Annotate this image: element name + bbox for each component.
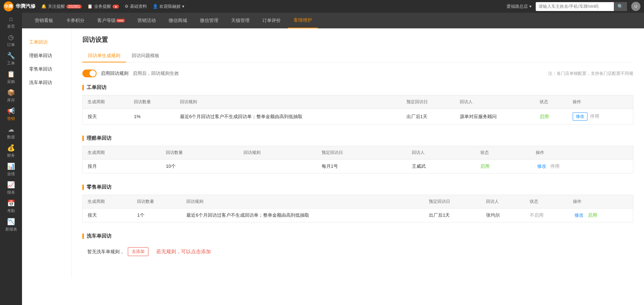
- sidebar-item-home[interactable]: ⌂ 首页: [0, 13, 22, 31]
- modify-button-retail[interactable]: 修改: [573, 212, 585, 218]
- notification-bell[interactable]: 🔔 关注提醒 202801: [41, 4, 82, 10]
- cell-visitor: 源单对应服务顾问: [455, 109, 535, 124]
- work-order-section: 工单回访 生成周期 回访数量 回访规则 预定回访日 回访人 状态 操作: [82, 84, 633, 124]
- tab-rules[interactable]: 回访单生成规则: [82, 50, 126, 62]
- col-quantity: 回访数量: [161, 146, 239, 160]
- modify-bordered-button-work-order[interactable]: 修改: [573, 112, 588, 121]
- data-icon: ☁: [8, 126, 14, 133]
- left-nav-car-wash-visit[interactable]: 洗车单回访: [22, 76, 71, 89]
- reports-icon: 📈: [7, 181, 15, 189]
- cell-rule: 最近6个月回访过客户不生成回访单；整单金额由高到低抽取: [175, 109, 402, 124]
- nav-marketing-board[interactable]: 营销看板: [29, 13, 59, 28]
- search-input[interactable]: [536, 2, 614, 10]
- enable-toggle[interactable]: [82, 70, 97, 77]
- status-badge: 启用: [480, 163, 490, 169]
- col-period: 生成周期: [83, 195, 132, 209]
- retail-table-body: 按天 1个 最近6个月回访过客户不生成回访单；整单金额由高到低抽取 出厂后1天 …: [83, 209, 633, 222]
- home-icon: ⌂: [9, 15, 13, 23]
- nav-label-card-points: 卡券积分: [66, 17, 84, 24]
- retail-table-head: 生成周期 回访数量 回访规则 预定回访日 回访人 状态 操作: [83, 195, 633, 209]
- table-header-row: 生成周期 回访数量 回访规则 预定回访日 回访人 状态 操作: [83, 95, 633, 109]
- tab-templates[interactable]: 回访问题模板: [126, 50, 165, 62]
- car-wash-section: 洗车单回访 暂无洗车单规则， 去添加 若无规则，可以点击添加: [82, 233, 633, 260]
- settings-label: 基础资料: [130, 4, 147, 10]
- sidebar-item-performance[interactable]: 📊 业绩: [0, 160, 22, 179]
- sidebar-item-marketing[interactable]: 📢 营销: [0, 105, 22, 123]
- sidebar-label-home: 首页: [7, 24, 15, 29]
- cell-period: 按天: [83, 209, 132, 222]
- left-nav-claims-visit[interactable]: 理赔单回访: [22, 49, 71, 62]
- navbar: 营销看板 卡券积分 客户等级 new 营销活动 微信商城 微信管理 天猫管理 订…: [22, 13, 644, 28]
- sidebar-label-new-reports: 新报表: [5, 227, 17, 232]
- col-rule: 回访规则: [181, 195, 424, 209]
- sidebar-label-purchase: 采购: [7, 79, 15, 84]
- section-bar-claims: [82, 135, 84, 141]
- sidebar-item-inventory[interactable]: 📦 库存: [0, 87, 22, 105]
- nav-marketing-activity[interactable]: 营销活动: [132, 13, 162, 28]
- sidebar-item-finance[interactable]: 💰 财务: [0, 142, 22, 160]
- cell-status: 启用: [475, 160, 531, 173]
- left-nav-work-order-visit[interactable]: 工单回访: [22, 35, 71, 49]
- sidebar-label-marketing: 营销: [7, 116, 15, 121]
- work-order-table-head: 生成周期 回访数量 回访规则 预定回访日 回访人 状态 操作: [83, 95, 633, 109]
- cell-quantity: 1%: [129, 109, 175, 124]
- cell-visitor: 王威武: [407, 160, 475, 173]
- disable-button-claims[interactable]: 停用: [549, 163, 561, 170]
- col-scheduled-day: 预定回访日: [317, 146, 407, 160]
- sidebar-item-data[interactable]: ☁ 数据: [0, 123, 22, 142]
- cell-quantity: 10个: [161, 160, 239, 173]
- nav-label-marketing-board: 营销看板: [35, 17, 53, 24]
- business-reminder[interactable]: 📋 业务提醒 ●: [87, 4, 119, 10]
- left-nav-label-work-order: 工单回访: [29, 39, 48, 45]
- status-badge: 不启用: [530, 212, 544, 218]
- search-box[interactable]: 🔍: [536, 2, 627, 11]
- work-order-section-title: 工单回访: [87, 84, 107, 91]
- app-logo[interactable]: 华腾 华腾汽修: [4, 1, 36, 11]
- topbar-right: 爱福路总店 ▾ 🔍 U: [507, 2, 640, 11]
- nav-label-customer-care: 客情维护: [294, 17, 312, 23]
- layout: 工单回访 理赔单回访 零售单回访 洗车单回访 回访设置 回访单生成规则 回访问题…: [22, 28, 644, 277]
- sidebar-item-workorders[interactable]: 🔧 工单: [0, 50, 22, 68]
- nav-order-review[interactable]: 订单评价: [257, 13, 286, 28]
- disable-button-work-order[interactable]: 停用: [589, 113, 601, 120]
- settings-link[interactable]: ⚙ 基础资料: [125, 4, 147, 10]
- retail-table: 生成周期 回访数量 回访规则 预定回访日 回访人 状态 操作 按天 1个: [82, 195, 633, 222]
- sidebar-item-orders[interactable]: ◷ 订单: [0, 31, 22, 50]
- left-nav-retail-visit[interactable]: 零售单回访: [22, 62, 71, 76]
- sidebar-item-new-reports[interactable]: 📉 新报表: [0, 216, 22, 234]
- work-order-table: 生成周期 回访数量 回访规则 预定回访日 回访人 状态 操作 按天 1%: [82, 95, 633, 124]
- sidebar-item-attendance[interactable]: 📅 考勤: [0, 197, 22, 216]
- col-actions: 操作: [568, 95, 633, 109]
- work-order-table-body: 按天 1% 最近6个月回访过客户不生成回访单；整单金额由高到低抽取 出厂后1天 …: [83, 109, 633, 124]
- store-selector[interactable]: 爱福路总店 ▾: [507, 4, 531, 10]
- sidebar-item-reports[interactable]: 📈 报表: [0, 179, 22, 197]
- nav-customer-care[interactable]: 客情维护: [288, 13, 318, 28]
- attendance-icon: 📅: [7, 199, 15, 207]
- table-row: 按月 10个 每月1号 王威武 启用 修改 停用: [83, 160, 633, 173]
- section-bar-retail: [82, 184, 84, 190]
- left-nav: 工单回访 理赔单回访 零售单回访 洗车单回访: [22, 28, 72, 277]
- orders-icon: ◷: [8, 33, 14, 41]
- nav-customer-level[interactable]: 客户等级 new: [92, 13, 130, 28]
- sidebar-label-inventory: 库存: [7, 98, 15, 103]
- col-actions: 操作: [531, 146, 633, 160]
- col-period: 生成周期: [83, 95, 129, 109]
- nav-wechat-shop[interactable]: 微信商城: [163, 13, 193, 28]
- search-button[interactable]: 🔍: [614, 2, 627, 11]
- sidebar-item-purchase[interactable]: 📋 采购: [0, 68, 22, 87]
- add-car-wash-rule-button[interactable]: 去添加: [128, 247, 148, 256]
- col-period: 生成周期: [83, 146, 161, 160]
- user-welcome[interactable]: 👤 欢迎陈融姣 ▾: [153, 4, 184, 10]
- sidebar-label-performance: 业绩: [7, 171, 15, 177]
- col-status: 状态: [525, 195, 568, 209]
- modify-button-claims[interactable]: 修改: [536, 163, 548, 170]
- nav-card-points[interactable]: 卡券积分: [60, 13, 90, 28]
- nav-wechat-manage[interactable]: 微信管理: [194, 13, 224, 28]
- sidebar: ⌂ 首页 ◷ 订单 🔧 工单 📋 采购 📦 库存 📢 营销 ☁ 数据 💰 财务 …: [0, 0, 22, 305]
- toggle-hint: 启用后，回访规则生效: [133, 70, 179, 77]
- nav-tmall-manage[interactable]: 天猫管理: [225, 13, 255, 28]
- cell-scheduled-day: 每月1号: [317, 160, 407, 173]
- left-nav-label-retail: 零售单回访: [29, 66, 52, 72]
- enable-button-retail[interactable]: 启用: [586, 212, 599, 218]
- business-badge: ●: [113, 5, 119, 9]
